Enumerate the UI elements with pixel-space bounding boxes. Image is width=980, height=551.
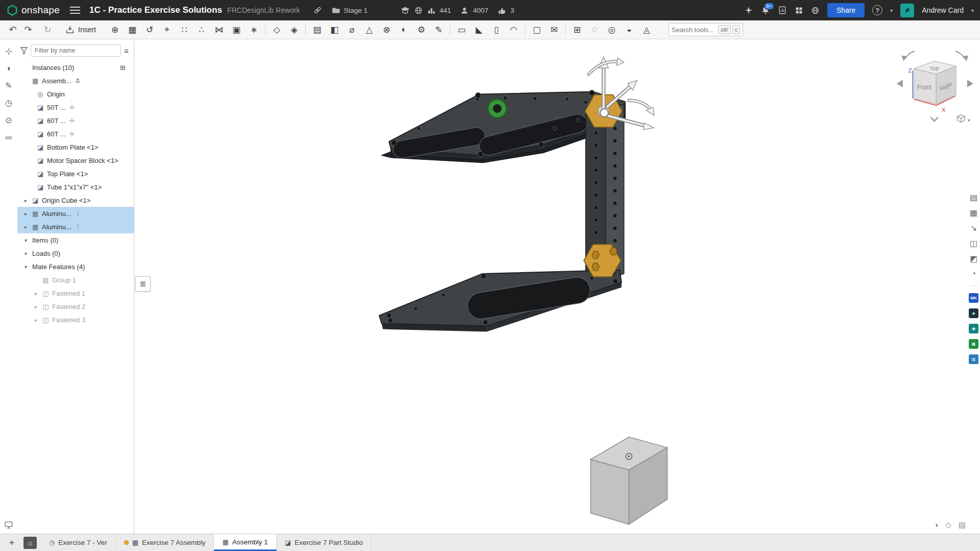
tab-exercise-7-part-studio[interactable]: ◪Exercise 7 Part Studio (277, 534, 372, 551)
home-tab-button[interactable]: ⌂ (23, 537, 37, 549)
replicate-icon[interactable]: ▣ (228, 22, 245, 37)
education-icon[interactable] (400, 6, 410, 15)
zoom-window-icon[interactable]: ⊞ (568, 22, 586, 37)
apps-grid-icon[interactable] (795, 6, 803, 15)
tree-item-assembly-root[interactable]: ▦Assemb...⚓ (17, 74, 134, 87)
rotate-left-arrow[interactable] (897, 80, 903, 87)
panel-export-icon[interactable]: ↘ (970, 223, 977, 233)
gusset-icon[interactable]: ◣ (470, 22, 488, 37)
roll-cw-arrow[interactable] (955, 51, 965, 59)
panel-share-icon[interactable]: ◔ (971, 269, 976, 278)
tree-item-motor-spacer-block[interactable]: ◪Motor Spacer Block <1> (17, 154, 134, 167)
chevron-right-icon[interactable]: ▸ (25, 198, 32, 203)
loads-header[interactable]: ▾Loads (0) (17, 247, 134, 260)
copies-count-icon[interactable] (427, 6, 436, 15)
chevron-right-icon[interactable]: ▸ (35, 317, 42, 323)
panel-cam-icon[interactable]: ◆ (969, 308, 978, 318)
users-count-icon[interactable] (460, 6, 469, 15)
comment-tool-icon[interactable]: ▢ (528, 22, 545, 37)
onshape-logo-text[interactable]: onshape (21, 5, 60, 16)
mate-features-header[interactable]: ▾Mate Features (4) (17, 260, 134, 273)
tree-item-fastened-2[interactable]: ▸◫Fastened 2 (17, 300, 134, 313)
mate-relation-icon[interactable]: ↺ (141, 22, 158, 37)
configurations-icon[interactable]: ⚙ (413, 22, 430, 37)
tree-item-origin[interactable]: ◎Origin (17, 87, 134, 101)
bom-icon[interactable]: ▤ (308, 22, 326, 37)
origin-cube-part[interactable] (590, 437, 667, 524)
rail-history-icon[interactable]: ◷ (5, 98, 12, 108)
help-caret-icon[interactable]: ▾ (890, 8, 893, 13)
dots-icon[interactable]: ⋮ (75, 210, 81, 217)
panel-markup-icon[interactable]: MK (969, 293, 978, 303)
panel-document-icon[interactable]: ▤ (970, 193, 977, 202)
exploded-view-icon[interactable]: ◬ (638, 22, 655, 37)
display-states-icon[interactable]: ◈ (285, 22, 303, 37)
panel-views-icon[interactable]: ◫ (970, 238, 977, 248)
panel-sheets-icon[interactable]: ▦ (969, 339, 978, 349)
3d-viewport[interactable]: Top Front Right Z X (134, 39, 980, 534)
print-3d-icon[interactable]: ▤ (959, 520, 966, 530)
tree-item-top-plate[interactable]: ◪Top Plate <1> (17, 167, 134, 180)
snap-mode-icon[interactable]: ⌖ (158, 22, 176, 37)
workspace-label[interactable]: Stage 1 (344, 7, 368, 14)
named-positions-icon[interactable]: ◇ (268, 22, 285, 37)
view-menu-cube-icon[interactable]: ▾ (957, 115, 970, 124)
panel-sim-icon[interactable]: ◉ (969, 324, 978, 333)
frame-icon[interactable]: ▭ (453, 22, 470, 37)
tree-item-fastened-1[interactable]: ▸◫Fastened 1 (17, 286, 134, 300)
tree-item-50t[interactable]: ◪50T ...⊹ (17, 101, 134, 114)
tube-cut-icon[interactable]: ▯ (488, 22, 505, 37)
language-globe-icon[interactable] (811, 6, 820, 15)
likes-count-icon[interactable] (497, 6, 506, 15)
panel-render-icon[interactable]: ◩ (970, 254, 977, 263)
group-icon[interactable]: ▦ (124, 22, 141, 37)
share-button[interactable]: Share (827, 3, 865, 17)
feedback-icon[interactable]: ✉ (545, 22, 563, 37)
panel-instances-icon[interactable]: ▦ (970, 208, 977, 218)
create-folder-icon[interactable]: ⊞ (120, 64, 126, 71)
tree-item-60t-1[interactable]: ◪60T ...⊹ (17, 114, 134, 127)
avatar[interactable] (900, 4, 914, 17)
insert-button[interactable]: Insert (59, 22, 102, 37)
rail-comments-icon[interactable]: ◖ (6, 64, 11, 73)
report-icon[interactable] (778, 6, 787, 15)
instances-header[interactable]: Instances (10)⊞ (17, 61, 134, 74)
help-button[interactable]: ? (872, 5, 882, 15)
mate-icon[interactable]: ⊕ (106, 22, 124, 37)
roll-ccw-arrow[interactable] (905, 51, 915, 59)
bottom-plate-part[interactable] (379, 270, 622, 332)
tab-exercise-7-version[interactable]: ◷Exercise 7 - Ver (41, 534, 116, 551)
tree-item-origin-cube[interactable]: ▸◪Origin Cube <1> (17, 194, 134, 207)
chevron-right-icon[interactable]: ▸ (25, 211, 32, 217)
rail-search-icon[interactable]: ⊙ (5, 115, 12, 125)
weld-icon[interactable]: ◠ (505, 22, 522, 37)
tree-item-60t-2[interactable]: ◪60T ...⊹ (17, 127, 134, 140)
view-cube[interactable]: Top Front Right Z X (897, 51, 973, 123)
chevron-right-icon[interactable]: ▸ (35, 304, 42, 309)
rotate-right-arrow[interactable] (967, 80, 973, 87)
tab-exercise-7-assembly[interactable]: ▦Exercise 7 Assembly (116, 534, 214, 551)
rail-outline-icon[interactable]: ≔ (5, 133, 13, 142)
hide-show-icon[interactable]: ◌ (586, 22, 603, 37)
appearance-icon[interactable]: ◐ (395, 22, 413, 37)
chevron-down-icon[interactable]: ▾ (25, 264, 32, 270)
rail-mate-connector-icon[interactable]: ⊹ (5, 46, 12, 56)
view-cube-front-label[interactable]: Front (917, 84, 932, 91)
document-title[interactable]: 1C - Practice Exercise Solutions (89, 5, 222, 15)
workspace-folder-icon[interactable] (331, 6, 341, 15)
redo-button[interactable]: ↷ (20, 22, 36, 37)
notifications-bell-icon[interactable]: 9+ (761, 6, 770, 15)
circular-pattern-icon[interactable]: ∴ (193, 22, 210, 37)
view-cube-top-label[interactable]: Top (929, 64, 939, 71)
linear-pattern-icon[interactable]: ∷ (176, 22, 193, 37)
section-view-icon[interactable]: ◧ (326, 22, 343, 37)
tree-item-bottom-plate[interactable]: ◪Bottom Plate <1> (17, 140, 134, 154)
onshape-logo-icon[interactable] (6, 4, 18, 16)
tree-item-group-1[interactable]: ▧Group 1 (17, 273, 134, 286)
chevron-right-icon[interactable]: ▸ (25, 224, 32, 230)
public-icon[interactable] (414, 6, 423, 15)
measure-icon[interactable]: ⌀ (343, 22, 361, 37)
section-cut-icon[interactable]: ◒ (620, 22, 638, 37)
tree-item-tube[interactable]: ◪Tube 1"x1"x7" <1> (17, 180, 134, 194)
search-tools-box[interactable]: alt/ c (668, 23, 743, 36)
